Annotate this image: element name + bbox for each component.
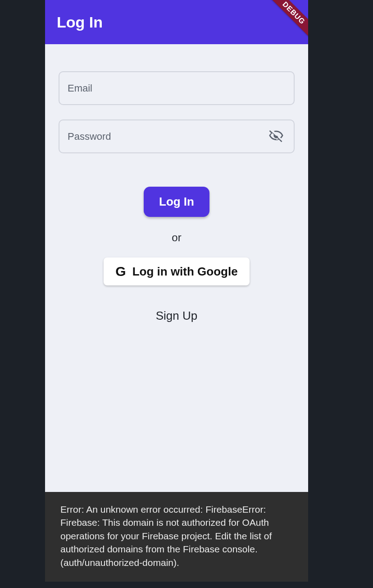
login-button-label: Log In [159, 195, 194, 208]
login-form: Log In or G Log in with Google Sign Up [45, 44, 308, 492]
password-field[interactable] [68, 131, 267, 142]
google-login-button[interactable]: G Log in with Google [104, 257, 249, 285]
login-button[interactable]: Log In [144, 187, 209, 217]
signup-button[interactable]: Sign Up [156, 309, 198, 323]
error-message: Error: An unknown error occurred: Fireba… [60, 504, 272, 568]
email-field-wrapper[interactable] [59, 71, 295, 105]
error-snackbar: Error: An unknown error occurred: Fireba… [45, 492, 308, 582]
or-label: or [172, 231, 181, 244]
debug-banner: DEBUG [264, 0, 308, 43]
toggle-password-visibility-button[interactable] [267, 126, 286, 147]
page-title: Log In [57, 14, 103, 31]
email-field[interactable] [68, 83, 286, 94]
app-screen: Log In DEBUG Log In or G Log in with Goo [45, 0, 308, 582]
signup-label: Sign Up [156, 309, 198, 322]
google-icon: G [115, 264, 126, 279]
password-field-wrapper[interactable] [59, 119, 295, 153]
google-button-label: Log in with Google [132, 265, 238, 279]
app-bar: Log In DEBUG [45, 0, 308, 44]
visibility-off-icon [268, 128, 284, 145]
